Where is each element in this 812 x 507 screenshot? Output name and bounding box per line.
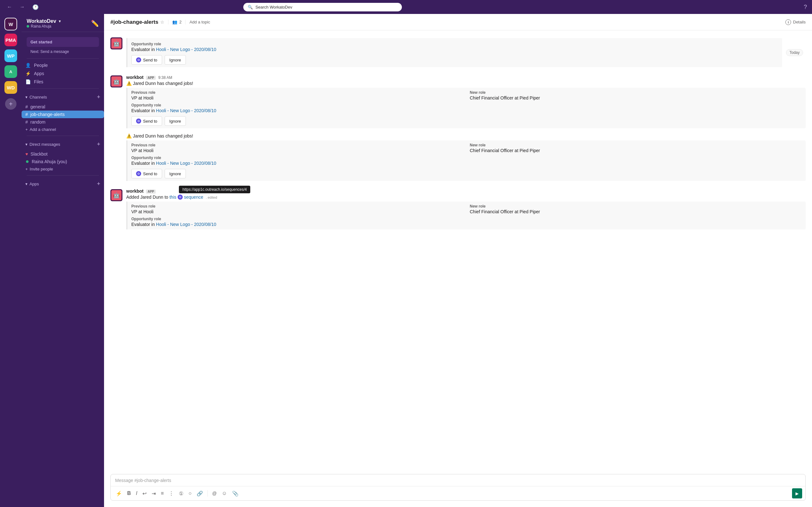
dm-slackbot[interactable]: ♥ Slackbot	[21, 150, 104, 158]
add-dm-button[interactable]: +	[97, 141, 100, 148]
message-content-4: workbot APP Added Jared Dunn to this O s…	[126, 188, 806, 231]
emoji-button[interactable]: ☺	[220, 489, 229, 498]
add-channel-icon-button[interactable]: +	[97, 94, 100, 101]
lightning-button[interactable]: ⚡	[114, 489, 124, 498]
address-input[interactable]	[255, 5, 397, 9]
bold-button[interactable]: B	[125, 489, 133, 498]
apps-section-header[interactable]: ▾ Apps +	[21, 178, 104, 190]
add-topic[interactable]: Add a topic	[185, 20, 210, 24]
channel-name-text: #job-change-alerts	[110, 19, 158, 25]
workspace-wp[interactable]: WP	[4, 49, 17, 62]
sequence-link-area: this O sequence https://app1c.outreach.i…	[169, 194, 204, 200]
workspace-pma[interactable]: PMA	[4, 34, 17, 46]
send-button[interactable]: ▶	[792, 488, 802, 498]
add-channel-button[interactable]: + Add a channel	[21, 126, 104, 133]
timestamp-2: 9:38 AM	[158, 75, 172, 80]
ignore-button-1[interactable]: Ignore	[165, 55, 186, 65]
card-actions-3: O Send to Ignore	[131, 169, 802, 178]
opportunity-link-3[interactable]: Hooli - New Logo - 2020/08/10	[156, 161, 216, 166]
ordered-list-button[interactable]: ⋮	[167, 489, 176, 498]
channels-header[interactable]: ▾ Channels +	[21, 91, 104, 103]
invite-people-button[interactable]: + Invite people	[21, 165, 104, 173]
opportunity-section-4: Opportunity role Evaluator in Hooli - Ne…	[131, 217, 802, 227]
dm-slackbot-label: Slackbot	[31, 152, 48, 157]
job-card-1: Opportunity role Evaluator in Hooli - Ne…	[126, 38, 782, 67]
job-card-3: Previous role VP at Hooli New role Chief…	[126, 140, 806, 181]
channel-random[interactable]: # random	[21, 118, 104, 126]
prev-role-label-2: Previous role	[131, 90, 463, 95]
prev-role-value-2: VP at Hooli	[131, 95, 463, 101]
mention-button[interactable]: @	[210, 490, 218, 497]
dm-header[interactable]: ▾ Direct messages +	[21, 138, 104, 150]
send-to-button-2[interactable]: O Send to	[131, 116, 162, 126]
sidebar-divider-3	[27, 135, 99, 136]
messages-area[interactable]: 🤖 Opportunity role Evaluator in Hooli - …	[104, 31, 812, 474]
compose-button[interactable]: ✏️	[91, 20, 99, 27]
message-group-1: 🤖 Opportunity role Evaluator in Hooli - …	[110, 36, 806, 70]
new-role-value-4: Chief Financial Officer at Pied Piper	[470, 209, 802, 214]
list-button[interactable]: ≡	[159, 489, 165, 498]
workspace-wd[interactable]: WD	[4, 81, 17, 94]
bullet-button[interactable]: ○	[187, 489, 194, 498]
opportunity-link-4[interactable]: Hooli - New Logo - 2020/08/10	[156, 222, 216, 227]
sidebar-divider-4	[27, 175, 99, 176]
sidebar-item-people[interactable]: 👤 People	[21, 61, 104, 69]
add-workspace-button[interactable]: +	[5, 98, 16, 110]
channels-label: Channels	[30, 95, 47, 100]
opportunity-section-1: Opportunity role Evaluator in Hooli - Ne…	[131, 42, 778, 52]
browser-chrome: ← → 🕐 🔍 ?	[0, 0, 812, 14]
workspace-w[interactable]: W	[4, 18, 17, 31]
opportunity-link-2[interactable]: Hooli - New Logo - 2020/08/10	[156, 108, 216, 113]
sequence-link[interactable]: sequence	[184, 194, 203, 200]
message-content-1: Opportunity role Evaluator in Hooli - Ne…	[126, 37, 782, 68]
sidebar-item-apps[interactable]: ⚡ Apps	[21, 69, 104, 78]
sidebar-header: WorkatoDev ▼ Raina Ahuja ✏️	[21, 14, 104, 32]
get-started-item[interactable]: Get started	[27, 37, 99, 47]
attach-button[interactable]: 📎	[230, 489, 241, 498]
address-bar[interactable]: 🔍	[243, 3, 402, 11]
app-badge-2: APP	[146, 76, 156, 80]
ignore-button-3[interactable]: Ignore	[165, 169, 186, 178]
dm-section: ▾ Direct messages + ♥ Slackbot Raina Ahu…	[21, 138, 104, 173]
members-icon: 👥	[172, 20, 177, 24]
new-role-col-3: New role Chief Financial Officer at Pied…	[470, 143, 802, 153]
undo-button[interactable]: ↩	[141, 489, 148, 498]
prev-role-label-3: Previous role	[131, 143, 463, 147]
dm-raina[interactable]: Raina Ahuja (you)	[21, 158, 104, 165]
history-button[interactable]: 🕐	[31, 3, 41, 11]
message-toolbar: ⚡ B I ↩ ⇥ ≡ ⋮ ① ○ 🔗 @ ☺ 📎 ▶	[111, 486, 805, 500]
opportunity-link-1[interactable]: Hooli - New Logo - 2020/08/10	[156, 47, 216, 52]
members-info: 👥 2	[168, 20, 182, 24]
forward-button[interactable]: →	[18, 3, 27, 11]
message-header-2: workbot APP 9:38 AM	[126, 75, 806, 80]
prev-role-value-4: VP at Hooli	[131, 209, 463, 214]
opportunity-section-2: Opportunity role Evaluator in Hooli - Ne…	[131, 103, 802, 113]
sidebar-item-files[interactable]: 📄 Files	[21, 78, 104, 86]
help-button[interactable]: ?	[804, 4, 807, 10]
numbered-list-button[interactable]: ①	[177, 489, 185, 498]
card-actions-2: O Send to Ignore	[131, 116, 802, 126]
add-app-button[interactable]: +	[97, 181, 100, 187]
channel-header: #job-change-alerts ☆ 👥 2 Add a topic i D…	[104, 14, 812, 31]
workspace-a[interactable]: A	[4, 65, 17, 78]
channel-general[interactable]: # general	[21, 103, 104, 111]
send-to-button-1[interactable]: O Send to	[131, 55, 162, 65]
channel-random-label: random	[31, 119, 45, 124]
link-button[interactable]: 🔗	[195, 489, 205, 498]
italic-button[interactable]: I	[134, 489, 139, 498]
toolbar-divider	[207, 490, 208, 497]
this-link[interactable]: this	[169, 194, 176, 200]
message-input[interactable]	[115, 478, 801, 483]
indent-button[interactable]: ⇥	[150, 489, 158, 498]
star-icon[interactable]: ☆	[160, 20, 164, 25]
workspace-name[interactable]: WorkatoDev ▼	[27, 18, 61, 24]
channel-job-change-alerts[interactable]: # job-change-alerts	[21, 111, 104, 118]
send-to-button-3[interactable]: O Send to	[131, 169, 162, 178]
message-text-4: Added Jared Dunn to this O sequence http…	[126, 194, 806, 200]
ignore-button-2[interactable]: Ignore	[165, 116, 186, 126]
message-input-top	[111, 474, 805, 486]
new-role-label-3: New role	[470, 143, 802, 147]
back-button[interactable]: ←	[5, 3, 14, 11]
details-button[interactable]: i Details	[785, 19, 806, 25]
invite-people-label: Invite people	[30, 167, 53, 171]
